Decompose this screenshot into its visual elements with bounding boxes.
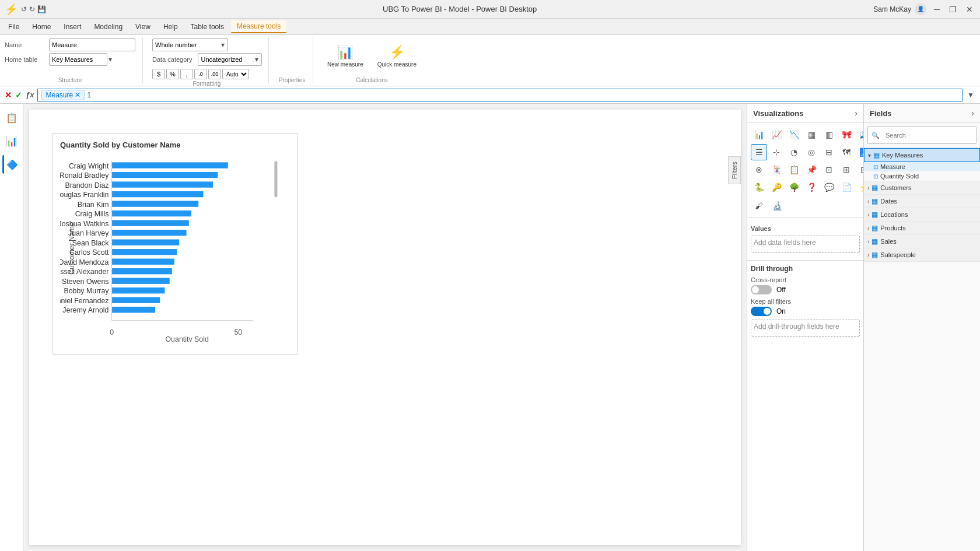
svg-text:Bobby Murray: Bobby Murray: [64, 287, 109, 295]
menu-home[interactable]: Home: [26, 21, 57, 33]
viz-line-chart[interactable]: 📈: [768, 127, 785, 143]
menu-insert[interactable]: Insert: [58, 21, 87, 33]
fields-search-input[interactable]: [882, 128, 972, 142]
key-measures-items: ⊡ Measure ⊡ Quantity Sold: [864, 162, 980, 181]
field-group-products-header[interactable]: › ▦ Products: [864, 222, 980, 234]
currency-btn[interactable]: $: [152, 69, 165, 79]
new-measure-button[interactable]: 📊 New measure: [323, 43, 368, 71]
viz-bar-chart[interactable]: 📊: [751, 127, 767, 143]
menu-file[interactable]: File: [2, 21, 25, 33]
formula-tag-close[interactable]: ✕: [75, 91, 80, 99]
keep-all-filters-label: Keep all filters: [751, 298, 860, 305]
undo-btn[interactable]: ↺: [21, 5, 27, 13]
viz-map[interactable]: 🗺: [838, 144, 855, 160]
hometable-dropdown-icon[interactable]: ▾: [108, 55, 112, 64]
viz-table[interactable]: ⊞: [838, 162, 855, 178]
viz-treemap[interactable]: ⊟: [821, 144, 837, 160]
viz-scatter[interactable]: ⊹: [768, 144, 785, 160]
menu-modeling[interactable]: Modeling: [88, 21, 128, 33]
viz-100pct-bar[interactable]: ▥: [821, 127, 837, 143]
comma-btn[interactable]: ,: [180, 69, 193, 79]
menu-table-tools[interactable]: Table tools: [185, 21, 230, 33]
ribbon-hometable-input[interactable]: [49, 53, 107, 66]
svg-rect-18: [274, 161, 277, 197]
new-measure-icon: 📊: [337, 45, 353, 60]
ribbon-datacategory-select[interactable]: Uncategorized: [198, 53, 262, 66]
percent-btn[interactable]: %: [166, 69, 179, 79]
formula-cancel-button[interactable]: ✕: [5, 90, 12, 100]
field-group-salespeople-header[interactable]: › ▦ Salespeople: [864, 248, 980, 261]
restore-button[interactable]: ❐: [947, 3, 959, 15]
sidebar-report-icon[interactable]: 📋: [2, 108, 21, 127]
auto-format-select[interactable]: Auto: [222, 69, 249, 79]
drill-fields-drop-zone[interactable]: Add drill-through fields here: [751, 320, 860, 337]
viz-kpi[interactable]: 📌: [803, 162, 820, 178]
viz-area-chart[interactable]: 📉: [786, 127, 802, 143]
menu-help[interactable]: Help: [158, 21, 184, 33]
window-controls-left[interactable]: ↺ ↻ 💾: [21, 5, 46, 13]
main-layout: 📋 📊 🔷 Quantity Sold by Customer Name Cus…: [0, 104, 980, 551]
values-drop-zone[interactable]: Add data fields here: [751, 236, 860, 253]
visualizations-expand[interactable]: ›: [855, 108, 858, 118]
quick-measure-label: Quick measure: [377, 61, 416, 68]
sidebar-data-icon[interactable]: 📊: [2, 132, 21, 150]
field-group-salespeople-label: Salespeople: [880, 251, 977, 258]
ribbon-format-type-row: Whole number ▾: [152, 38, 261, 51]
viz-multi-card[interactable]: 📋: [786, 162, 802, 178]
ribbon-name-input[interactable]: [49, 38, 135, 51]
products-collapse-icon: ›: [867, 225, 869, 231]
field-item-measure[interactable]: ⊡ Measure: [864, 162, 980, 171]
viz-donut[interactable]: ◎: [803, 144, 820, 160]
field-group-customers-header[interactable]: › ▦ Customers: [864, 181, 980, 194]
inc-dec-btn[interactable]: .00: [208, 69, 221, 79]
minimize-button[interactable]: ─: [931, 3, 943, 15]
viz-paginated[interactable]: 📄: [838, 179, 855, 195]
formula-input[interactable]: Measure ✕ 1: [37, 89, 963, 101]
fields-expand[interactable]: ›: [971, 108, 974, 118]
field-group-dates-header[interactable]: › ▦ Dates: [864, 195, 980, 208]
dec-dec-btn[interactable]: .0: [194, 69, 207, 79]
viz-decomp-tree[interactable]: 🌳: [786, 179, 802, 195]
viz-analytics-icon[interactable]: 🔬: [769, 198, 785, 214]
menu-view[interactable]: View: [130, 21, 156, 33]
close-button[interactable]: ✕: [964, 3, 975, 15]
quick-measure-button[interactable]: ⚡ Quick measure: [373, 43, 421, 71]
field-group-products: › ▦ Products: [864, 222, 980, 235]
viz-qa[interactable]: ❓: [803, 179, 820, 195]
viz-horiz-bar[interactable]: ☰: [751, 144, 767, 160]
salespeople-table-icon: ▦: [872, 251, 878, 259]
viz-stacked-bar[interactable]: ▦: [803, 127, 820, 143]
bar-douglas-franklin: [112, 191, 204, 197]
ribbon-format-select[interactable]: Whole number: [152, 38, 228, 51]
field-group-key-measures-header[interactable]: ▾ ▦ Key Measures: [864, 148, 980, 162]
svg-text:Brandon Diaz: Brandon Diaz: [65, 181, 108, 189]
sidebar-model-icon[interactable]: 🔷: [2, 155, 21, 174]
field-group-sales-header[interactable]: › ▦ Sales: [864, 235, 980, 248]
datacategory-dropdown-icon[interactable]: ▾: [255, 55, 258, 64]
cross-report-toggle[interactable]: [751, 285, 772, 294]
window-title: UBG To Power BI - Model - Power BI Deskt…: [383, 5, 537, 13]
formula-collapse-button[interactable]: ▼: [966, 90, 975, 100]
viz-format-icon[interactable]: 🖌: [751, 198, 767, 214]
keep-filters-toggle[interactable]: [751, 307, 772, 316]
field-item-quantity-sold[interactable]: ⊡ Quantity Sold: [864, 171, 980, 181]
redo-btn[interactable]: ↻: [29, 5, 35, 13]
viz-key-influencers[interactable]: 🔑: [768, 179, 785, 195]
formula-confirm-button[interactable]: ✓: [15, 90, 22, 100]
viz-ribbon[interactable]: 🎀: [838, 127, 855, 143]
bar-sean-black: [112, 240, 180, 245]
field-group-locations-header[interactable]: › ▦ Locations: [864, 208, 980, 221]
format-dropdown-icon[interactable]: ▾: [221, 41, 225, 49]
viz-python[interactable]: 🐍: [751, 179, 767, 195]
viz-pie[interactable]: ◔: [786, 144, 802, 160]
viz-card[interactable]: 🃏: [768, 162, 785, 178]
save-btn[interactable]: 💾: [37, 5, 46, 13]
viz-slicer[interactable]: ⊡: [821, 162, 837, 178]
keep-filters-toggle-thumb: [764, 308, 771, 315]
filters-tab[interactable]: Filters: [728, 156, 741, 184]
sales-table-icon: ▦: [872, 237, 878, 245]
viz-gauge[interactable]: ⊜: [751, 162, 767, 178]
viz-smart-narrative[interactable]: 💬: [821, 179, 837, 195]
menu-measure-tools[interactable]: Measure tools: [231, 20, 286, 33]
key-measures-table-icon: ▦: [873, 151, 880, 159]
